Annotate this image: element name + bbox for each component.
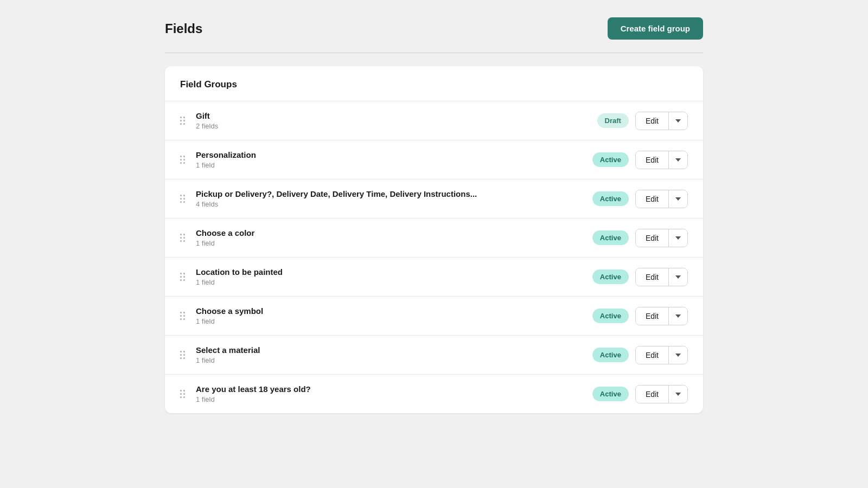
drag-handle[interactable] xyxy=(180,234,185,242)
chevron-down-icon xyxy=(675,314,681,318)
edit-btn-group: Edit xyxy=(635,385,688,403)
field-group-count: 4 fields xyxy=(196,200,592,208)
table-row: Choose a symbol 1 field Active Edit xyxy=(165,296,703,335)
edit-button[interactable]: Edit xyxy=(636,112,668,130)
field-info: Location to be painted 1 field xyxy=(196,267,592,286)
dropdown-button[interactable] xyxy=(668,190,687,208)
table-row: Gift 2 fields Draft Edit xyxy=(165,101,703,140)
field-group-count: 1 field xyxy=(196,161,592,169)
edit-btn-group: Edit xyxy=(635,151,688,169)
drag-handle[interactable] xyxy=(180,156,185,164)
status-badge: Active xyxy=(592,387,629,401)
edit-button[interactable]: Edit xyxy=(636,229,668,247)
row-actions: Active Edit xyxy=(592,151,688,169)
row-actions: Active Edit xyxy=(592,268,688,286)
edit-btn-group: Edit xyxy=(635,229,688,247)
dropdown-button[interactable] xyxy=(668,386,687,403)
create-field-group-button[interactable]: Create field group xyxy=(608,17,703,40)
chevron-down-icon xyxy=(675,236,681,240)
chevron-down-icon xyxy=(675,119,681,123)
status-badge: Active xyxy=(592,269,629,284)
field-group-name: Are you at least 18 years old? xyxy=(196,384,592,394)
table-row: Choose a color 1 field Active Edit xyxy=(165,218,703,257)
field-groups-list: Gift 2 fields Draft Edit xyxy=(165,101,703,413)
chevron-down-icon xyxy=(675,158,681,162)
field-info: Select a material 1 field xyxy=(196,345,592,364)
status-badge: Active xyxy=(592,309,629,323)
dropdown-button[interactable] xyxy=(668,229,687,247)
dropdown-button[interactable] xyxy=(668,112,687,130)
drag-handle[interactable] xyxy=(180,390,185,398)
edit-btn-group: Edit xyxy=(635,346,688,364)
page-title: Fields xyxy=(165,21,202,36)
field-info: Choose a color 1 field xyxy=(196,228,592,247)
row-actions: Draft Edit xyxy=(597,112,688,130)
table-row: Select a material 1 field Active Edit xyxy=(165,335,703,374)
status-badge: Active xyxy=(592,348,629,362)
chevron-down-icon xyxy=(675,354,681,357)
field-group-count: 1 field xyxy=(196,278,592,286)
edit-btn-group: Edit xyxy=(635,307,688,325)
edit-button[interactable]: Edit xyxy=(636,346,668,364)
field-group-name: Location to be painted xyxy=(196,267,592,277)
field-info: Choose a symbol 1 field xyxy=(196,306,592,325)
row-actions: Active Edit xyxy=(592,190,688,208)
table-row: Location to be painted 1 field Active Ed… xyxy=(165,257,703,296)
edit-button[interactable]: Edit xyxy=(636,151,668,169)
field-info: Personalization 1 field xyxy=(196,150,592,169)
status-badge: Active xyxy=(592,191,629,206)
field-group-count: 2 fields xyxy=(196,122,597,130)
field-group-count: 1 field xyxy=(196,356,592,364)
edit-button[interactable]: Edit xyxy=(636,190,668,208)
field-group-count: 1 field xyxy=(196,395,592,403)
table-row: Pickup or Delivery?, Delivery Date, Deli… xyxy=(165,179,703,218)
edit-btn-group: Edit xyxy=(635,268,688,286)
field-group-name: Choose a symbol xyxy=(196,306,592,316)
field-info: Gift 2 fields xyxy=(196,111,597,130)
drag-handle[interactable] xyxy=(180,351,185,359)
row-actions: Active Edit xyxy=(592,385,688,403)
chevron-down-icon xyxy=(675,275,681,279)
drag-handle[interactable] xyxy=(180,195,185,203)
edit-button[interactable]: Edit xyxy=(636,386,668,403)
dropdown-button[interactable] xyxy=(668,151,687,169)
chevron-down-icon xyxy=(675,393,681,396)
field-group-count: 1 field xyxy=(196,317,592,325)
status-badge: Active xyxy=(592,230,629,245)
drag-handle[interactable] xyxy=(180,273,185,281)
edit-btn-group: Edit xyxy=(635,190,688,208)
field-groups-card: Field Groups Gift 2 fields xyxy=(165,66,703,413)
dropdown-button[interactable] xyxy=(668,307,687,325)
dropdown-button[interactable] xyxy=(668,346,687,364)
field-group-name: Personalization xyxy=(196,150,592,159)
chevron-down-icon xyxy=(675,197,681,201)
row-actions: Active Edit xyxy=(592,307,688,325)
card-heading: Field Groups xyxy=(165,66,703,101)
header-divider xyxy=(165,53,703,53)
status-badge: Active xyxy=(592,152,629,167)
edit-button[interactable]: Edit xyxy=(636,268,668,286)
field-group-count: 1 field xyxy=(196,239,592,247)
field-info: Are you at least 18 years old? 1 field xyxy=(196,384,592,403)
status-badge: Draft xyxy=(597,113,629,128)
field-group-name: Gift xyxy=(196,111,597,120)
edit-button[interactable]: Edit xyxy=(636,307,668,325)
row-actions: Active Edit xyxy=(592,229,688,247)
drag-handle[interactable] xyxy=(180,117,185,125)
row-actions: Active Edit xyxy=(592,346,688,364)
field-info: Pickup or Delivery?, Delivery Date, Deli… xyxy=(196,189,592,208)
drag-handle[interactable] xyxy=(180,312,185,320)
field-group-name: Choose a color xyxy=(196,228,592,237)
dropdown-button[interactable] xyxy=(668,268,687,286)
table-row: Are you at least 18 years old? 1 field A… xyxy=(165,374,703,413)
table-row: Personalization 1 field Active Edit xyxy=(165,140,703,179)
edit-btn-group: Edit xyxy=(635,112,688,130)
field-group-name: Pickup or Delivery?, Delivery Date, Deli… xyxy=(196,189,592,198)
field-group-name: Select a material xyxy=(196,345,592,355)
